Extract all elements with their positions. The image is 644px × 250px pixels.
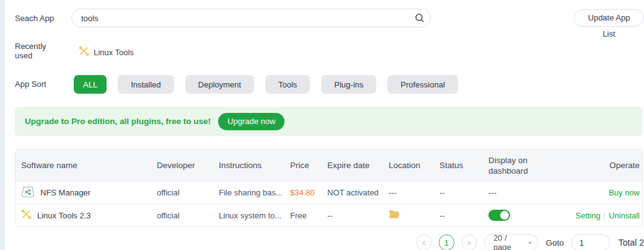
total-count: Total 2 [619,238,644,248]
developer-cell: official [157,211,219,220]
table-row-linux-tools: Linux Tools 2.3 official Linux system to… [15,204,642,226]
location-cell [389,210,439,221]
chevron-down-icon: ▾ [528,240,531,246]
operate-cell: Buy now [571,188,642,197]
price-cell: Free [290,211,327,220]
recently-used-app-linux-tools[interactable]: Linux Tools [79,46,134,59]
operate-cell: Setting|Uninstall [571,211,642,220]
col-instructions: Instructions [219,161,290,170]
price-cell: $34.80 [290,188,327,197]
pagination: ‹ 1 › 20 / page ▾ Goto Total 2 [417,234,644,250]
pro-upgrade-banner: Upgrade to Pro edition, all plugins, fre… [15,107,643,136]
display-on-dashboard-cell: --- [488,188,571,197]
chevron-right-icon: › [467,238,470,248]
update-app-list-button[interactable]: Update App List [574,9,644,27]
app-store-page: Seach App Update App List Recently used … [0,0,644,250]
col-price: Price [290,161,327,170]
software-name-cell: Linux Tools 2.3 [15,209,157,221]
recently-used-app-label: Linux Tools [94,48,134,57]
operate-divider: | [604,211,606,220]
search-input[interactable] [71,9,431,27]
search-icon[interactable] [415,13,425,23]
app-sort-label: App Sort [15,79,46,89]
uninstall-link[interactable]: Uninstall [609,211,640,220]
goto-label: Goto [545,238,563,248]
sort-tab-installed[interactable]: Installed [118,75,174,94]
table-row-nfs-manager: NFS Manager official File sharing bas...… [15,182,642,204]
pro-upgrade-message: Upgrade to Pro edition, all plugins, fre… [25,117,211,126]
software-table: Software name Developer Instructions Pri… [15,149,643,227]
chevron-left-icon: ‹ [423,238,426,248]
sort-tab-deployment[interactable]: Deployment [185,75,254,94]
dashboard-toggle-on[interactable] [488,210,510,221]
display-on-dashboard-cell [488,210,571,221]
col-developer: Developer [157,161,219,170]
toggle-knob [500,211,509,220]
col-display-on-dashboard: Display on dashboard [488,155,571,176]
goto-page-input[interactable] [571,234,610,250]
software-name-cell: NFS Manager [15,186,157,200]
app-sort-tabs: ALL Installed Deployment Tools Plug-ins … [74,75,458,94]
search-label: Seach App [15,14,54,23]
developer-cell: official [157,188,219,197]
page-1-button[interactable]: 1 [439,234,454,250]
instructions-cell: Linux system to... [219,211,290,220]
sort-tab-all[interactable]: ALL [74,75,107,94]
prev-page-button[interactable]: ‹ [417,234,431,250]
buy-now-link[interactable]: Buy now [609,188,640,197]
page-size-value: 20 / page [493,233,524,250]
col-operate: Operate [571,161,642,170]
location-cell: --- [389,188,439,197]
crossed-tools-icon [21,209,32,221]
col-location: Location [389,161,439,170]
status-cell: -- [439,188,488,197]
crossed-tools-icon [79,46,89,59]
sort-tab-plugins[interactable]: Plug-ins [321,75,376,94]
sort-tab-tools[interactable]: Tools [265,75,310,94]
page-size-select[interactable]: 20 / page ▾ [484,234,539,250]
col-status: Status [439,161,488,170]
software-name: NFS Manager [40,188,90,197]
instructions-cell: File sharing bas... [219,188,290,197]
software-name: Linux Tools 2.3 [37,211,91,220]
expire-date-cell: NOT activated [327,188,389,197]
recently-used-label: Recently used [15,42,53,60]
expire-date-cell: -- [327,211,389,220]
nfs-drive-share-icon [21,186,35,200]
col-software-name: Software name [15,161,157,170]
left-edge-strip [0,0,5,250]
status-cell: -- [439,211,488,220]
setting-link[interactable]: Setting [575,211,600,220]
upgrade-now-button[interactable]: Upgrade now [218,113,285,130]
sort-tab-professional[interactable]: Professional [387,75,458,94]
folder-icon[interactable] [389,212,400,221]
next-page-button[interactable]: › [462,234,477,250]
col-expire-date: Expire date [327,161,389,170]
table-header-row: Software name Developer Instructions Pri… [15,150,642,182]
